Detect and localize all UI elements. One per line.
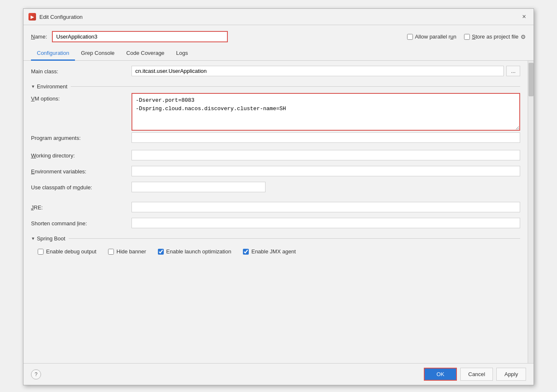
classpath-module-label: Use classpath of module:: [31, 182, 132, 191]
hide-banner-checkbox[interactable]: [108, 249, 114, 255]
jre-row: JRE:: [31, 202, 520, 215]
spring-boot-collapse-icon[interactable]: ▼: [31, 236, 35, 241]
tabs-row: Configuration Grep Console Code Coverage…: [23, 46, 534, 61]
allow-parallel-run-checkbox[interactable]: [407, 34, 413, 40]
vm-options-row: VM options: -Dserver.port=8083 -Dspring.…: [31, 93, 520, 131]
allow-parallel-run-label: Allow parallel run: [415, 34, 456, 40]
working-directory-input[interactable]: [132, 150, 520, 160]
environment-section-label: Environment: [37, 83, 67, 90]
cancel-button[interactable]: Cancel: [460, 368, 493, 381]
classpath-module-input[interactable]: [132, 182, 266, 192]
scrollbar-thumb[interactable]: [529, 63, 534, 96]
shorten-command-line-input[interactable]: [132, 218, 520, 228]
main-class-input[interactable]: [132, 66, 504, 76]
environment-variables-input[interactable]: [132, 166, 520, 176]
dialog-title: Edit Configuration: [39, 14, 83, 20]
main-class-label: Main class:: [31, 66, 132, 75]
program-arguments-input[interactable]: [132, 132, 520, 143]
enable-debug-output-checkbox[interactable]: [38, 249, 44, 255]
tab-grep-console[interactable]: Grep Console: [75, 46, 120, 61]
store-as-project-file-label: Store as project file: [472, 34, 518, 40]
jre-input[interactable]: [132, 202, 520, 212]
app-icon: ▶: [28, 13, 36, 21]
tab-configuration[interactable]: Configuration: [31, 46, 75, 61]
enable-debug-output-label: Enable debug output: [46, 248, 96, 255]
enable-jmx-agent-label: Enable JMX agent: [251, 248, 296, 255]
enable-jmx-agent-item: Enable JMX agent: [243, 248, 296, 255]
ok-button[interactable]: OK: [424, 368, 457, 381]
collapse-icon[interactable]: ▼: [31, 84, 35, 89]
store-as-project-file-checkbox[interactable]: [464, 34, 470, 40]
tab-code-coverage[interactable]: Code Coverage: [121, 46, 170, 61]
program-arguments-label: Program arguments:: [31, 132, 132, 141]
shorten-command-line-row: Shorten command line:: [31, 218, 520, 231]
environment-variables-row: Environment variables:: [31, 166, 520, 179]
jre-label: JRE:: [31, 202, 132, 211]
main-class-browse-button[interactable]: ...: [506, 66, 520, 76]
spring-boot-checkboxes: Enable debug output Hide banner Enable l…: [31, 245, 520, 256]
gear-icon[interactable]: ⚙: [521, 34, 526, 40]
spring-boot-label: ▼ Spring Boot: [31, 235, 65, 242]
program-arguments-row: Program arguments:: [31, 132, 520, 147]
environment-label: ▼ Environment: [31, 83, 67, 90]
help-button[interactable]: ?: [31, 369, 41, 379]
main-class-row: Main class: ...: [31, 66, 520, 79]
working-directory-value: [132, 150, 520, 160]
main-class-value: ...: [132, 66, 520, 76]
enable-jmx-agent-checkbox[interactable]: [243, 249, 249, 255]
enable-launch-optimization-checkbox[interactable]: [158, 249, 164, 255]
footer: ? OK Cancel Apply: [23, 363, 534, 385]
environment-variables-value: [132, 166, 520, 176]
footer-buttons: OK Cancel Apply: [424, 368, 526, 381]
vm-options-textarea[interactable]: -Dserver.port=8083 -Dspring.cloud.nacos.…: [132, 93, 520, 131]
working-directory-row: Working directory:: [31, 150, 520, 163]
enable-launch-optimization-item: Enable launch optimization: [158, 248, 231, 255]
enable-launch-optimization-label: Enable launch optimization: [166, 248, 231, 255]
spring-boot-section-label: Spring Boot: [37, 235, 65, 242]
classpath-module-value: [132, 182, 520, 192]
spring-boot-section: ▼ Spring Boot: [31, 235, 520, 242]
jre-value: [132, 202, 520, 212]
tab-logs[interactable]: Logs: [170, 46, 194, 61]
vm-options-value: -Dserver.port=8083 -Dspring.cloud.nacos.…: [132, 93, 520, 131]
name-label: Name:: [31, 34, 47, 40]
shorten-command-line-value: [132, 218, 520, 228]
scrollbar-track[interactable]: [528, 61, 534, 363]
environment-variables-label: Environment variables:: [31, 166, 132, 175]
program-arguments-value: [132, 132, 520, 143]
checkboxes-row: Allow parallel run Store as project file…: [407, 34, 526, 40]
enable-debug-output-item: Enable debug output: [38, 248, 96, 255]
hide-banner-item: Hide banner: [108, 248, 146, 255]
main-panel: Main class: ... ▼ Environment VM options…: [23, 61, 528, 363]
hide-banner-label: Hide banner: [116, 248, 146, 255]
content-area: Main class: ... ▼ Environment VM options…: [23, 61, 534, 363]
spring-boot-divider-line: [69, 238, 520, 239]
apply-button[interactable]: Apply: [496, 368, 526, 381]
vm-options-label: VM options:: [31, 93, 132, 102]
working-directory-label: Working directory:: [31, 150, 132, 159]
store-as-project-file-item: Store as project file ⚙: [464, 34, 526, 40]
name-input[interactable]: [52, 31, 228, 42]
allow-parallel-run-item: Allow parallel run: [407, 34, 456, 40]
classpath-module-row: Use classpath of module:: [31, 182, 520, 195]
edit-configuration-dialog: ▶ Edit Configuration × Name: Allow paral…: [23, 8, 534, 385]
environment-divider-line: [71, 86, 520, 87]
name-row: Name: Allow parallel run Store as projec…: [23, 25, 534, 46]
title-bar: ▶ Edit Configuration ×: [23, 9, 534, 25]
footer-left: ?: [31, 369, 41, 379]
title-bar-left: ▶ Edit Configuration: [28, 13, 83, 21]
close-button[interactable]: ×: [520, 12, 529, 21]
shorten-command-line-label: Shorten command line:: [31, 218, 132, 227]
environment-section: ▼ Environment: [31, 83, 520, 90]
